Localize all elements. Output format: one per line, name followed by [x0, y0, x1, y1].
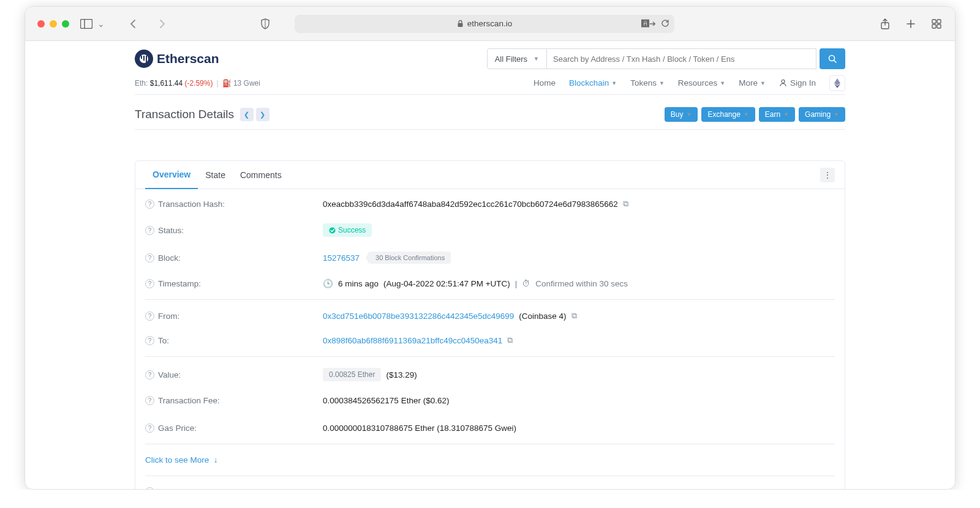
login-link[interactable]: Logged In [501, 487, 538, 489]
ethereum-icon [834, 78, 840, 88]
brand-logo[interactable]: Etherscan [135, 50, 219, 68]
chevron-down-icon: ▼ [533, 56, 539, 62]
help-icon[interactable]: ? [145, 279, 154, 288]
svg-line-9 [834, 61, 837, 63]
translate-icon[interactable]: 🅰︎➔ [641, 19, 656, 28]
nav-more[interactable]: More▼ [739, 78, 766, 88]
browser-window: ⌄ etherscan.io 🅰︎➔ [24, 6, 956, 490]
search-input[interactable] [547, 48, 816, 69]
to-address-link[interactable]: 0x898f60ab6f88f6911369a21bffc49cc0450ea3… [323, 336, 502, 345]
user-icon [779, 79, 787, 87]
minimize-window-button[interactable] [50, 20, 57, 28]
page-title: Transaction Details [135, 108, 234, 121]
shield-icon[interactable] [259, 18, 271, 30]
url-bar[interactable]: etherscan.io 🅰︎➔ [295, 15, 674, 33]
exchange-button[interactable]: Exchange▼ [701, 107, 755, 122]
note-text: To access the Private Note feature, you … [323, 487, 538, 489]
back-button[interactable] [127, 18, 139, 30]
search-filter-select[interactable]: All Filters ▼ [487, 48, 547, 69]
nav-tokens[interactable]: Tokens▼ [630, 78, 665, 88]
url-text: etherscan.io [467, 19, 513, 28]
chevron-down-icon: ▼ [687, 111, 692, 118]
copy-icon[interactable]: ⧉ [571, 311, 577, 321]
next-tx-button[interactable]: ❯ [256, 108, 270, 121]
timestamp-ago: 6 mins ago [338, 279, 379, 288]
gaming-button[interactable]: Gaming▼ [799, 107, 845, 122]
help-icon[interactable]: ? [145, 226, 154, 235]
from-address-link[interactable]: 0x3cd751e6b0078be393132286c442345e5dc496… [323, 312, 514, 321]
svg-rect-6 [932, 24, 936, 28]
nav-resources[interactable]: Resources▼ [678, 78, 725, 88]
row-see-more: Click to see More ↓ [145, 448, 835, 472]
chevron-down-icon: ▼ [611, 80, 617, 86]
chevron-down-icon: ▼ [783, 111, 789, 118]
new-tab-icon[interactable] [905, 18, 917, 30]
from-name: (Coinbase 4) [519, 312, 566, 321]
help-icon[interactable]: ? [145, 396, 154, 405]
reload-icon[interactable] [661, 19, 669, 28]
earn-button[interactable]: Earn▼ [759, 107, 795, 122]
row-hash: ?Transaction Hash: 0xeacbb339c6d3da4aff6… [145, 192, 835, 216]
gas-text: 0.000000018310788675 Ether (18.310788675… [323, 424, 516, 433]
chevron-down-icon[interactable]: ⌄ [97, 19, 105, 29]
nav-blockchain[interactable]: Blockchain▼ [569, 78, 617, 88]
chevron-down-icon: ▼ [834, 111, 839, 118]
svg-rect-0 [81, 19, 92, 28]
separator: | [216, 79, 218, 88]
filter-label: All Filters [495, 54, 527, 64]
tab-state[interactable]: State [198, 162, 233, 189]
svg-point-11 [330, 227, 336, 233]
etherscan-logo-icon [135, 50, 153, 68]
tx-card: Overview State Comments ⋮ ?Transaction H… [135, 160, 845, 489]
row-block: ?Block: 15276537 30 Block Confirmations [145, 244, 835, 271]
check-circle-icon [329, 227, 336, 234]
row-from: ?From: 0x3cd751e6b0078be393132286c442345… [145, 304, 835, 328]
share-icon[interactable] [879, 18, 891, 30]
chevron-down-icon: ▼ [744, 111, 749, 118]
help-icon[interactable]: ? [145, 424, 154, 433]
help-icon[interactable]: ? [145, 370, 154, 379]
tabs-grid-icon[interactable] [930, 18, 943, 30]
confirmations-badge: 30 Block Confirmations [369, 252, 451, 264]
help-icon[interactable]: ? [145, 312, 154, 321]
svg-rect-7 [937, 24, 941, 28]
row-fee: ?Transaction Fee: 0.000384526562175 Ethe… [145, 389, 835, 413]
help-icon[interactable]: ? [145, 253, 154, 263]
chevron-down-icon: ▼ [720, 80, 725, 86]
help-icon[interactable]: ? [145, 336, 154, 345]
help-icon[interactable]: ? [145, 487, 154, 489]
row-status: ?Status: Success [145, 216, 835, 244]
brand-name: Etherscan [157, 51, 219, 66]
gas-price: ⛽ 13 Gwei [222, 79, 260, 88]
value-eth: 0.00825 Ether [323, 368, 381, 381]
forward-button[interactable] [156, 18, 168, 30]
see-more-link[interactable]: Click to see More ↓ [145, 455, 218, 465]
row-value: ?Value: 0.00825 Ether ($13.29) [145, 360, 835, 389]
search-button[interactable] [820, 48, 845, 69]
prev-tx-button[interactable]: ❮ [240, 108, 254, 121]
row-timestamp: ?Timestamp: 🕒 6 mins ago (Aug-04-2022 02… [145, 271, 835, 296]
tab-more-button[interactable]: ⋮ [820, 168, 835, 182]
chevron-down-icon: ▼ [760, 80, 766, 86]
tab-comments[interactable]: Comments [233, 162, 289, 189]
fee-text: 0.000384526562175 Ether ($0.62) [323, 396, 449, 405]
close-window-button[interactable] [37, 20, 45, 28]
value-usd: ($13.29) [386, 370, 417, 379]
chevron-down-icon: ▼ [659, 80, 665, 86]
block-link[interactable]: 15276537 [323, 253, 360, 263]
eth-network-button[interactable] [829, 75, 845, 91]
status-badge: Success [323, 223, 372, 237]
row-gas: ?Gas Price: 0.000000018310788675 Ether (… [145, 413, 835, 440]
signin-link[interactable]: Sign In [779, 78, 816, 88]
lock-icon [457, 20, 464, 28]
arrow-down-icon: ↓ [214, 455, 218, 465]
nav-home[interactable]: Home [533, 78, 556, 88]
buy-button[interactable]: Buy▼ [665, 107, 698, 122]
copy-icon[interactable]: ⧉ [623, 199, 628, 209]
sidebar-toggle-icon[interactable] [80, 18, 92, 30]
tab-overview[interactable]: Overview [145, 161, 198, 189]
maximize-window-button[interactable] [62, 20, 69, 28]
svg-rect-4 [932, 20, 936, 23]
help-icon[interactable]: ? [145, 200, 154, 209]
copy-icon[interactable]: ⧉ [507, 335, 513, 345]
